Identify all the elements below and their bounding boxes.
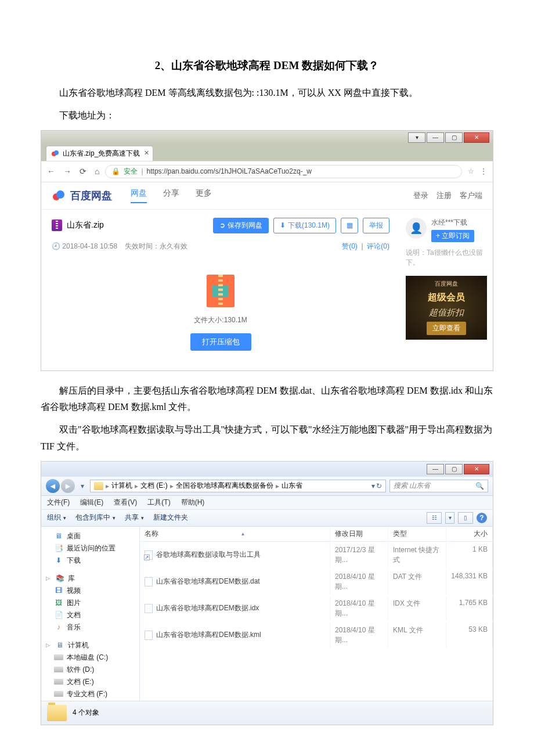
header-tab-pan[interactable]: 网盘 (131, 188, 147, 203)
user-avatar-icon: 👤 (406, 218, 427, 239)
menu-view[interactable]: 查看(V) (114, 498, 137, 507)
downloads-icon: ⬇ (54, 556, 63, 564)
forward-icon[interactable]: → (63, 167, 71, 176)
music-icon: ♪ (54, 623, 63, 631)
documents-icon: 📄 (54, 611, 63, 619)
baidu-cloud-icon (51, 149, 59, 157)
explorer-back-button[interactable]: ◄ (46, 479, 60, 493)
file-size-cell: 148,331 KB (446, 570, 493, 594)
history-dropdown-icon[interactable]: ▾ (78, 479, 86, 493)
toolbar-organize[interactable]: 组织 (47, 513, 66, 523)
qr-button[interactable]: ▦ (341, 218, 358, 233)
view-mode-button[interactable]: ☷ (427, 512, 442, 524)
pan-header: 百度网盘 网盘 分享 更多 登录 注册 客户端 (41, 182, 493, 210)
file-row[interactable]: 山东省谷歌地球高程DEM数据.idx2018/4/10 星期...IDX 文件1… (140, 595, 493, 622)
toolbar-include[interactable]: 包含到库中 (75, 513, 116, 523)
explorer-forward-button[interactable]: ► (61, 479, 75, 493)
tree-drive-c[interactable]: 本地磁盘 (C:) (67, 653, 108, 663)
file-type-cell: DAT 文件 (388, 570, 446, 594)
toolbar-newfolder[interactable]: 新建文件夹 (153, 513, 188, 523)
file-row[interactable]: 山东省谷歌地球高程DEM数据.dat2018/4/10 星期...DAT 文件1… (140, 568, 493, 595)
drive-icon (54, 667, 63, 672)
like-link[interactable]: 赞(0) (342, 242, 358, 250)
download-button[interactable]: ⬇ 下载(130.1M) (273, 218, 336, 233)
col-date-header[interactable]: 修改日期 (330, 527, 388, 541)
col-size-header[interactable]: 大小 (446, 527, 493, 541)
subscribe-button[interactable]: + 立即订阅 (431, 230, 474, 242)
header-login-link[interactable]: 登录 (413, 190, 428, 201)
crumb-folder2[interactable]: 山东省 (282, 481, 302, 491)
file-row[interactable]: 山东省谷歌地球高程DEM数据.kml2018/4/10 星期...KML 文件5… (140, 622, 493, 649)
file-icon (145, 631, 153, 640)
preview-pane-button[interactable]: ▯ (458, 512, 473, 524)
view-dropdown-button[interactable]: ▾ (445, 512, 454, 524)
toolbar-share[interactable]: 共享 (125, 513, 144, 523)
crumb-folder1[interactable]: 全国谷歌地球高程离线数据备份 (176, 481, 273, 491)
tree-drive-e[interactable]: 文档 (E:) (67, 677, 94, 687)
expire-label: 失效时间：永久有效 (125, 242, 187, 250)
comment-link[interactable]: 评论(0) (367, 242, 389, 250)
tree-pictures[interactable]: 图片 (67, 598, 81, 608)
explorer-tree: 🖥桌面 📑最近访问的位置 ⬇下载 ▷📚库 🎞视频 🖼图片 📄文档 ♪音乐 ▷🖥计… (41, 527, 140, 701)
tab-close-icon[interactable]: ✕ (144, 149, 149, 157)
header-tab-share[interactable]: 分享 (163, 188, 179, 203)
menu-edit[interactable]: 编辑(E) (80, 498, 103, 507)
ad-title: 超级会员 (428, 291, 465, 304)
tree-drive-d[interactable]: 软件 (D:) (67, 665, 94, 675)
open-archive-button[interactable]: 打开压缩包 (190, 333, 251, 351)
tree-downloads[interactable]: 下载 (67, 556, 81, 566)
file-row[interactable]: 谷歌地球高程数据读取与导出工具2017/12/3 星期...Internet 快… (140, 542, 493, 568)
bookmark-star-icon[interactable]: ☆ (468, 167, 474, 175)
report-button[interactable]: 举报 (363, 218, 389, 233)
save-to-pan-button[interactable]: ➲ 保存到网盘 (213, 218, 269, 233)
upload-time: 2018-04-18 10:58 (62, 242, 117, 250)
explorer-close-button[interactable]: ✕ (464, 464, 489, 474)
menu-tools[interactable]: 工具(T) (147, 498, 170, 507)
reload-icon[interactable]: ⟳ (80, 167, 86, 176)
address-bar[interactable]: 🔒 安全 | https://pan.baidu.com/s/1hJHOiL7a… (105, 165, 462, 178)
file-name: 山东省.zip (67, 220, 104, 231)
crumb-computer[interactable]: 计算机 (111, 481, 132, 491)
download-button-label: 下载(130.1M) (288, 221, 330, 231)
tree-drive-f[interactable]: 专业文档 (F:) (67, 689, 107, 699)
paragraph-tool: 双击"谷歌地球高程数据读取与导出工具"快捷方式，可以下载"水经注万能地图下载器"… (41, 422, 493, 455)
header-tab-more[interactable]: 更多 (196, 188, 212, 203)
menu-help[interactable]: 帮助(H) (181, 498, 205, 507)
tree-music[interactable]: 音乐 (67, 622, 81, 632)
file-date-cell: 2018/4/10 星期... (330, 596, 388, 621)
header-register-link[interactable]: 注册 (436, 190, 452, 201)
ad-brand: 百度网盘 (435, 280, 458, 288)
tree-libraries[interactable]: 库 (68, 574, 75, 584)
tree-desktop[interactable]: 桌面 (67, 531, 81, 541)
col-name-header[interactable]: 名称 (145, 529, 158, 539)
ad-banner[interactable]: 百度网盘 超级会员 超值折扣 立即查看 (406, 276, 487, 340)
tree-computer[interactable]: 计算机 (68, 640, 89, 650)
file-date-cell: 2017/12/3 星期... (330, 543, 388, 567)
explorer-maximize-button[interactable]: ▢ (445, 464, 463, 474)
browser-tab[interactable]: 山东省.zip_免费高速下载 ✕ (46, 146, 153, 161)
window-dropdown-button[interactable]: ▾ (408, 132, 425, 143)
help-button[interactable]: ? (477, 513, 487, 523)
back-icon[interactable]: ← (47, 167, 55, 176)
secure-label: 安全 (124, 167, 138, 177)
folder-icon (47, 705, 67, 721)
menu-file[interactable]: 文件(F) (47, 498, 70, 507)
ad-cta-button[interactable]: 立即查看 (427, 322, 466, 335)
sort-asc-icon: ▲ (241, 531, 246, 537)
explorer-search-input[interactable]: 搜索 山东省 🔍 (389, 480, 488, 492)
file-size-cell: 1 KB (446, 543, 493, 567)
browser-menu-icon[interactable]: ⋮ (480, 167, 487, 175)
home-icon[interactable]: ⌂ (95, 167, 99, 176)
window-minimize-button[interactable]: — (427, 132, 444, 143)
window-close-button[interactable]: ✕ (464, 132, 489, 143)
explorer-minimize-button[interactable]: — (427, 464, 444, 474)
tree-videos[interactable]: 视频 (67, 586, 81, 596)
breadcrumb[interactable]: ▸ 计算机 ▸ 文档 (E:) ▸ 全国谷歌地球高程离线数据备份 ▸ 山东省 ▾… (90, 480, 386, 492)
tree-documents[interactable]: 文档 (67, 610, 81, 620)
refresh-icon[interactable]: ↻ (376, 482, 382, 490)
col-type-header[interactable]: 类型 (388, 527, 446, 541)
window-maximize-button[interactable]: ▢ (445, 132, 463, 143)
tree-recent[interactable]: 最近访问的位置 (67, 543, 116, 553)
header-client-link[interactable]: 客户端 (460, 190, 482, 201)
crumb-drive[interactable]: 文档 (E:) (140, 481, 168, 491)
